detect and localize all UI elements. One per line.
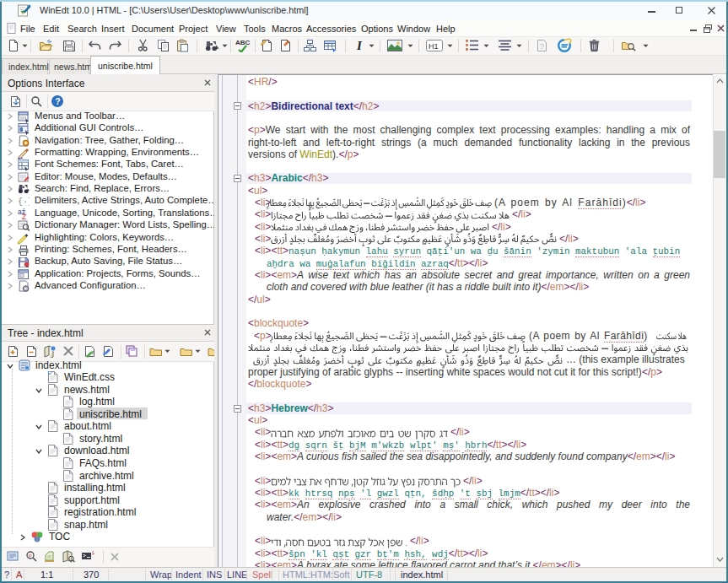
svg-text:ABC: ABC — [235, 39, 251, 46]
svg-text:H1: H1 — [429, 42, 439, 51]
svg-text:?: ? — [540, 42, 544, 51]
svg-text:P: P — [29, 553, 32, 559]
svg-text:{·}: {·} — [18, 197, 30, 207]
svg-text:?: ? — [55, 96, 60, 106]
